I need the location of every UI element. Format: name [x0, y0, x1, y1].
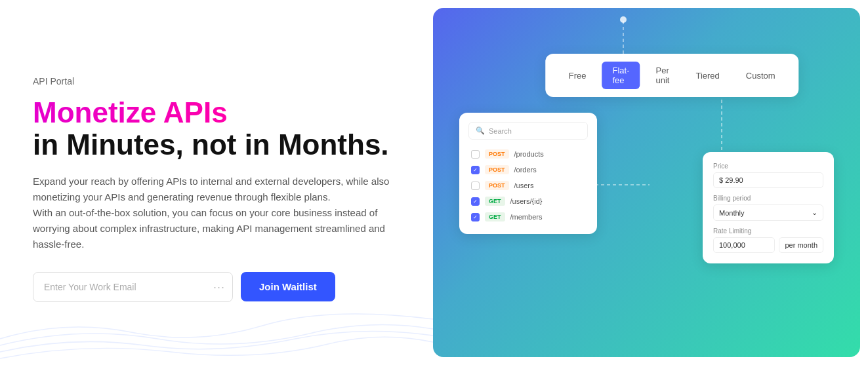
method-badge-1: POST [485, 165, 509, 174]
headline: Monetize APIs in Minutes, not in Months. [33, 97, 407, 161]
tab-tiered[interactable]: Tiered [685, 67, 730, 85]
api-row-2: POST /users [468, 178, 588, 193]
api-path-1: /orders [514, 166, 537, 174]
tab-flat-fee[interactable]: Flat-fee [602, 62, 640, 89]
price-input[interactable]: $ 29.90 [713, 172, 823, 188]
api-row-3: GET /users/{id} [468, 193, 588, 209]
search-placeholder: Search [489, 127, 512, 135]
api-checkbox-3[interactable] [471, 197, 480, 206]
billing-period-value: Monthly [719, 209, 745, 217]
search-bar: 🔍 Search [468, 122, 588, 140]
api-path-2: /users [514, 182, 534, 189]
rate-limit-unit: per month [779, 237, 823, 253]
tab-custom[interactable]: Custom [735, 67, 786, 85]
method-badge-2: POST [485, 181, 509, 190]
rate-limiting-label: Rate Limiting [713, 227, 823, 235]
method-badge-0: POST [485, 149, 509, 159]
settings-card: Price $ 29.90 Billing period Monthly ⌄ R… [703, 152, 834, 263]
billing-period-label: Billing period [713, 195, 823, 202]
search-icon: 🔍 [476, 126, 485, 135]
wave-decoration [0, 286, 433, 365]
billing-period-select[interactable]: Monthly ⌄ [713, 204, 823, 221]
rate-limit-input[interactable]: 100,000 [713, 237, 775, 253]
api-row-0: POST /products [468, 146, 588, 162]
headline-rest: in Minutes, not in Months. [33, 129, 407, 161]
svg-point-4 [620, 16, 627, 23]
method-badge-3: GET [485, 197, 505, 206]
price-label: Price [713, 163, 823, 170]
headline-gradient: Monetize APIs [33, 96, 228, 128]
method-badge-4: GET [485, 212, 505, 221]
description-1: Expand your reach by offering APIs to in… [33, 176, 389, 202]
api-path-4: /members [510, 213, 543, 221]
tab-free[interactable]: Free [558, 67, 597, 85]
api-portal-label: API Portal [33, 76, 407, 86]
api-checkbox-1[interactable] [471, 166, 480, 174]
left-panel: API Portal Monetize APIs in Minutes, not… [0, 0, 433, 365]
api-row-4: GET /members [468, 209, 588, 225]
chevron-down-icon: ⌄ [812, 208, 817, 217]
description-2: With an out-of-the-box solution, you can… [33, 207, 385, 250]
api-row-1: POST /orders [468, 162, 588, 178]
tab-per-unit[interactable]: Per unit [645, 62, 680, 89]
api-list-card: 🔍 Search POST /products POST /orders POS… [459, 113, 597, 234]
api-checkbox-2[interactable] [471, 182, 480, 190]
api-path-0: /products [514, 150, 544, 158]
api-path-3: /users/{id} [510, 197, 543, 205]
api-checkbox-0[interactable] [471, 150, 480, 159]
pricing-tabs-card: Free Flat-fee Per unit Tiered Custom [545, 54, 799, 97]
right-panel: Free Flat-fee Per unit Tiered Custom 🔍 S… [433, 8, 860, 357]
rate-limit-row: 100,000 per month [713, 237, 823, 253]
description: Expand your reach by offering APIs to in… [33, 174, 407, 252]
page-container: API Portal Monetize APIs in Minutes, not… [0, 0, 868, 365]
api-checkbox-4[interactable] [471, 213, 480, 221]
